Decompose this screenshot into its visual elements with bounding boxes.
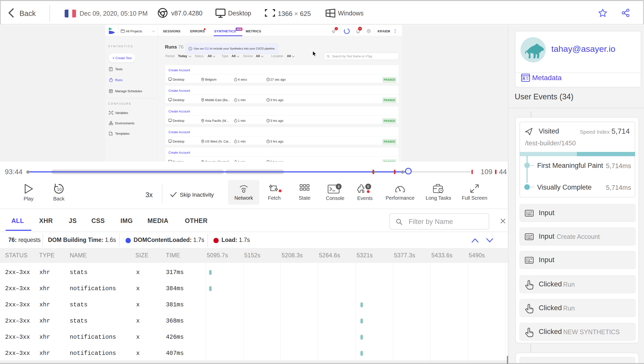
- svg-text:</>: </>: [110, 133, 112, 135]
- svg-text:10: 10: [57, 187, 62, 192]
- svg-text:4: 4: [338, 185, 340, 189]
- svg-text:6: 6: [367, 185, 369, 189]
